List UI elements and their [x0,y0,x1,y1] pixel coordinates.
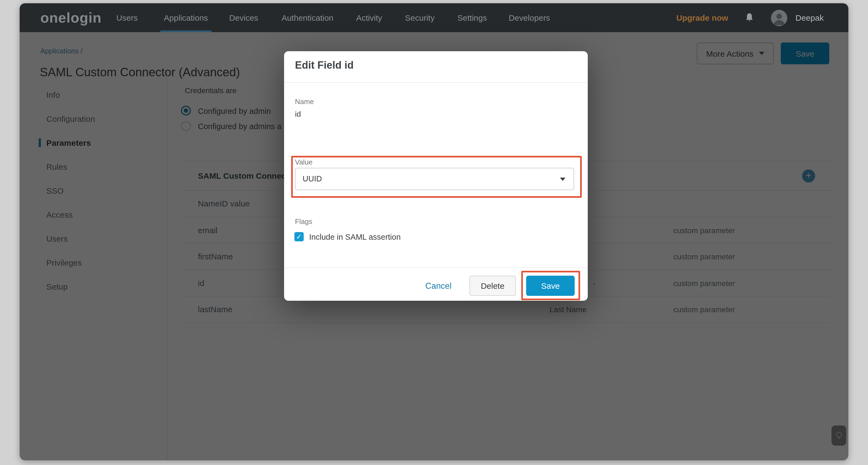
name-value: id [295,109,301,118]
onelogin-logo: onelogin [40,9,102,26]
nav-item-settings[interactable]: Settings [458,3,487,32]
modal-header-divider [284,82,588,83]
edit-field-modal: Edit Field id Name id Value UUID Flags ✓… [284,51,588,301]
checkbox-label: Include in SAML assertion [309,233,401,241]
value-selected-option: UUID [303,168,322,190]
save-button[interactable]: Save [526,276,575,296]
nav-item-security[interactable]: Security [405,3,435,32]
app-window: onelogin Users Applications Devices Auth… [20,3,848,460]
cancel-button[interactable]: Cancel [425,281,452,291]
nav-item-authentication[interactable]: Authentication [282,3,333,32]
value-label: Value [295,158,313,166]
top-nav: onelogin Users Applications Devices Auth… [20,3,848,32]
nav-item-developers[interactable]: Developers [509,3,550,32]
user-menu[interactable]: Deepak [796,3,824,32]
active-tab-underline [160,30,212,32]
modal-title: Edit Field id [295,59,353,71]
upgrade-now-link[interactable]: Upgrade now [676,3,728,32]
avatar[interactable] [771,9,787,26]
name-label: Name [295,98,314,106]
screen: onelogin Users Applications Devices Auth… [0,0,868,465]
flags-label: Flags [295,218,312,226]
chevron-down-icon [560,177,565,181]
delete-button[interactable]: Delete [469,276,516,296]
modal-footer-divider [284,267,588,268]
include-in-saml-assertion-checkbox[interactable]: ✓ [294,232,304,241]
bell-icon[interactable] [745,12,754,23]
nav-item-devices[interactable]: Devices [229,3,258,32]
nav-item-users[interactable]: Users [116,3,138,32]
nav-item-applications[interactable]: Applications [164,3,208,32]
value-select[interactable]: UUID [295,168,574,190]
nav-item-activity[interactable]: Activity [356,3,382,32]
